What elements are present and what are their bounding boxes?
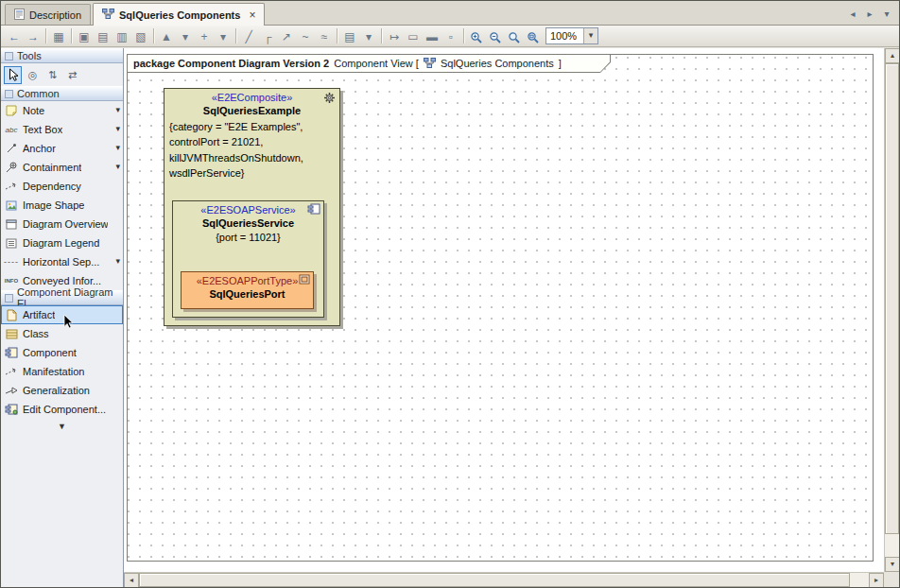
component-diagram-icon <box>102 9 114 21</box>
same-height-button[interactable]: ▬ <box>423 27 441 44</box>
section-title: Common <box>17 88 60 99</box>
palette-section-component-diagram[interactable]: Component Diagram El... <box>1 290 123 305</box>
port-sqlqueriesport[interactable]: «E2ESOAPPortType» SqlQueriesPort <box>181 271 314 309</box>
component-sqlqueriesexample[interactable]: «E2EComposite» SqlQueriesExample {catego… <box>164 88 340 326</box>
diagram-frame: package Component Diagram Version 2 Comp… <box>127 54 874 562</box>
frame-title: package Component Diagram Version 2 <box>133 58 329 69</box>
paste-button[interactable]: ▤ <box>94 27 112 44</box>
sticky-tool[interactable]: ◎ <box>24 66 42 84</box>
component-sqlqueriesservice[interactable]: «E2ESOAPService» SqlQueriesService {port… <box>172 200 324 318</box>
sidebar-item-horizontal-separator[interactable]: ---- Horizontal Sep... ▾ <box>1 252 123 271</box>
section-title: Tools <box>17 50 42 61</box>
sidebar-item-anchor[interactable]: Anchor ▾ <box>1 139 123 158</box>
reset-size-button[interactable]: ↦ <box>385 27 404 44</box>
back-button[interactable]: ← <box>5 27 24 44</box>
sidebar-item-class[interactable]: Class <box>1 324 123 343</box>
component-name: SqlQueriesExample <box>164 103 339 116</box>
zoom-out-button[interactable] <box>486 27 505 44</box>
close-tab-icon[interactable]: × <box>249 10 255 20</box>
zoom-level-select[interactable]: 100% ▾ <box>545 27 598 44</box>
chevron-down-icon[interactable]: ▾ <box>115 143 120 152</box>
sidebar-item-label: Component <box>23 347 77 358</box>
sidebar-item-conveyed-information[interactable]: INFO Conveyed Infor... <box>1 271 123 290</box>
component-diagram-icon <box>424 58 436 70</box>
sidebar-item-artifact[interactable]: Artifact <box>1 305 123 324</box>
chevron-down-icon[interactable]: ▾ <box>115 124 120 133</box>
sidebar-item-label: Conveyed Infor... <box>23 275 101 286</box>
sidebar-item-label: Class <box>23 328 49 339</box>
quick-path-button[interactable]: ↗ <box>277 27 296 44</box>
tab-sqlqueries-components[interactable]: SqlQueries Components × <box>93 3 265 26</box>
sidebar-item-generalization[interactable]: Generalization <box>1 381 123 400</box>
swimlane-dropdown-icon[interactable]: ▾ <box>359 27 378 44</box>
artifact-icon <box>4 309 19 321</box>
diagram-canvas[interactable]: package Component Diagram Version 2 Comp… <box>124 48 899 587</box>
sidebar-item-text-box[interactable]: abc Text Box ▾ <box>1 120 123 139</box>
sidebar-item-diagram-legend[interactable]: Diagram Legend <box>1 233 123 252</box>
sidebar-item-label: Diagram Legend <box>23 237 99 249</box>
scroll-up-icon[interactable]: ▴ <box>885 48 899 63</box>
create-element-dropdown-icon[interactable]: ▾ <box>214 27 233 44</box>
zoom-1to1-button[interactable] <box>505 27 524 44</box>
create-shape-button[interactable]: ▲ <box>157 27 176 44</box>
sidebar-item-note[interactable]: Note ▾ <box>1 101 123 120</box>
sidebar-item-image-shape[interactable]: Image Shape <box>1 196 123 215</box>
copy-button[interactable]: ▣ <box>75 27 94 44</box>
frame-context: Component View [ <box>334 58 419 69</box>
sidebar-item-label: Text Box <box>23 124 62 135</box>
sidebar-item-component[interactable]: Component <box>1 343 123 362</box>
horizontal-scrollbar[interactable]: ◂ ▸ <box>124 572 884 587</box>
chevron-down-icon[interactable]: ▾ <box>115 256 120 266</box>
rounded-path-button[interactable]: ~ <box>296 27 315 44</box>
same-width-button[interactable]: ▭ <box>404 27 423 44</box>
zoom-in-button[interactable] <box>467 27 486 44</box>
swimlane-button[interactable]: ▤ <box>340 27 359 44</box>
vertical-scrollbar[interactable]: ▴ ▾ <box>884 48 899 572</box>
layout-diagram-button[interactable]: ▥ <box>112 27 131 44</box>
tab-label: Description <box>29 9 81 21</box>
scroll-down-icon[interactable]: ▾ <box>885 557 899 572</box>
scroll-left-icon[interactable]: ◂ <box>124 573 139 587</box>
rectilinear-path-button[interactable]: ┌ <box>258 27 277 44</box>
note-icon <box>4 105 19 116</box>
forward-button[interactable]: → <box>24 27 43 44</box>
component-section-icon <box>5 294 13 303</box>
zoom-fit-button[interactable] <box>524 27 543 44</box>
common-section-icon <box>5 90 13 98</box>
sidebar-item-manifestation[interactable]: Manifestation <box>1 362 123 381</box>
generalization-icon <box>4 386 19 395</box>
port-type-icon <box>299 274 310 286</box>
align-vertical-tool[interactable]: ⇅ <box>43 66 61 84</box>
tab-list-icon[interactable]: ▾ <box>879 6 894 21</box>
sidebar-item-dependency[interactable]: Dependency <box>1 177 123 196</box>
anchor-icon <box>4 143 19 154</box>
sidebar-item-diagram-overview[interactable]: Diagram Overview <box>1 215 123 233</box>
palette-scroll-down-icon[interactable]: ▼ <box>1 419 123 434</box>
chevron-down-icon[interactable]: ▾ <box>115 105 120 114</box>
align-horizontal-tool[interactable]: ⇄ <box>63 66 81 84</box>
select-in-tree-button[interactable]: ▦ <box>49 27 68 44</box>
next-tab-icon[interactable]: ▸ <box>862 6 877 21</box>
previous-tab-icon[interactable]: ◂ <box>845 6 860 21</box>
vertical-scrollbar-thumb[interactable] <box>885 63 899 534</box>
create-element-button[interactable]: + <box>195 27 214 44</box>
tab-description[interactable]: Description <box>5 4 91 25</box>
pointer-tool[interactable] <box>4 66 22 84</box>
horizontal-scrollbar-thumb[interactable] <box>139 573 850 587</box>
dependency-icon <box>4 182 19 191</box>
scroll-right-icon[interactable]: ▸ <box>869 573 884 587</box>
same-size-button[interactable]: ▫ <box>441 27 460 44</box>
palette-section-common[interactable]: Common <box>1 86 123 101</box>
class-icon <box>4 329 19 339</box>
component-name: SqlQueriesService <box>173 216 323 229</box>
create-shape-dropdown-icon[interactable]: ▾ <box>176 27 195 44</box>
spline-path-button[interactable]: ≈ <box>315 27 334 44</box>
text-box-icon: abc <box>4 126 19 134</box>
layout-shapes-button[interactable]: ▧ <box>131 27 150 44</box>
sidebar-item-edit-component[interactable]: Edit Component... <box>1 400 123 419</box>
chevron-down-icon[interactable]: ▾ <box>115 162 120 171</box>
chevron-down-icon[interactable]: ▾ <box>583 28 597 43</box>
oblique-path-button[interactable]: ╱ <box>239 27 258 44</box>
palette-section-tools[interactable]: Tools <box>1 48 123 63</box>
sidebar-item-containment[interactable]: Containment ▾ <box>1 158 123 177</box>
